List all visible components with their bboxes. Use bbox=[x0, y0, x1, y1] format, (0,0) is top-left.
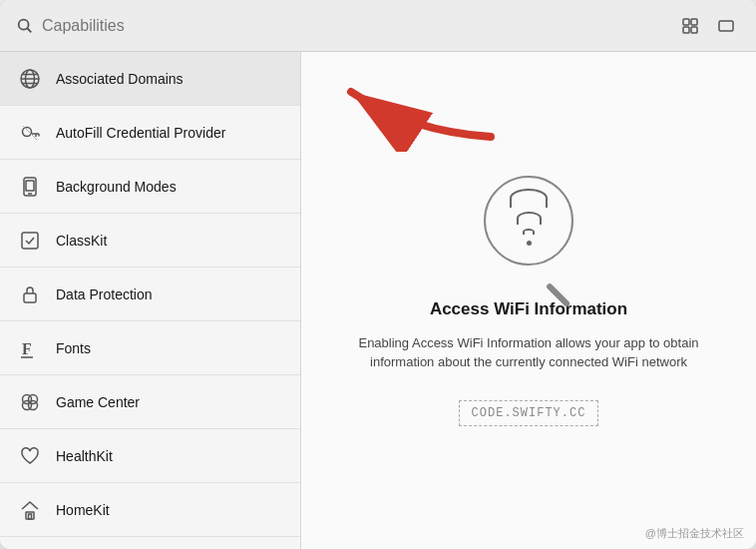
arrow-overlay bbox=[331, 72, 531, 156]
key-slash-icon bbox=[16, 119, 44, 147]
sidebar-item-label: ClassKit bbox=[56, 233, 107, 249]
sidebar-item-healthkit[interactable]: HealthKit bbox=[0, 429, 300, 483]
svg-rect-4 bbox=[683, 27, 689, 33]
svg-rect-2 bbox=[683, 19, 689, 25]
right-panel: Access WiFi Information Enabling Access … bbox=[301, 52, 756, 549]
wifi-magnifier-icon bbox=[484, 176, 573, 283]
window-controls bbox=[676, 12, 740, 40]
grid-view-button[interactable] bbox=[676, 12, 704, 40]
checkbox-icon bbox=[16, 227, 44, 255]
svg-point-12 bbox=[23, 127, 32, 136]
titlebar bbox=[0, 0, 756, 52]
sidebar-item-game-center[interactable]: Game Center bbox=[0, 375, 300, 429]
svg-rect-29 bbox=[29, 514, 32, 519]
svg-rect-21 bbox=[24, 293, 36, 302]
sidebar-item-label: AutoFill Credential Provider bbox=[56, 125, 225, 141]
sidebar-item-autofill[interactable]: AutoFill Credential Provider bbox=[0, 106, 300, 160]
home-icon bbox=[16, 496, 44, 524]
panel-title: Access WiFi Information bbox=[430, 299, 627, 319]
svg-rect-19 bbox=[26, 181, 34, 191]
sidebar-item-label: Fonts bbox=[56, 340, 91, 356]
sidebar: Associated Domains AutoFill Credential P… bbox=[0, 52, 301, 549]
sidebar-item-fonts[interactable]: F Fonts bbox=[0, 321, 300, 375]
sidebar-item-label: Background Modes bbox=[56, 179, 177, 195]
svg-text:F: F bbox=[22, 340, 32, 357]
panel-description: Enabling Access WiFi Information allows … bbox=[349, 333, 708, 372]
main-content: Associated Domains AutoFill Credential P… bbox=[0, 52, 756, 549]
svg-rect-20 bbox=[22, 233, 38, 249]
svg-rect-28 bbox=[26, 512, 34, 519]
sidebar-item-label: HealthKit bbox=[56, 448, 113, 464]
main-window: Associated Domains AutoFill Credential P… bbox=[0, 0, 756, 549]
svg-rect-6 bbox=[719, 21, 733, 31]
svg-line-1 bbox=[27, 28, 31, 32]
svg-rect-5 bbox=[691, 27, 697, 33]
bottom-watermark: @博士招金技术社区 bbox=[645, 526, 744, 541]
phone-screen-icon bbox=[16, 173, 44, 201]
sidebar-item-background-modes[interactable]: Background Modes bbox=[0, 160, 300, 214]
search-icon bbox=[16, 17, 34, 35]
sidebar-item-homekit[interactable]: HomeKit bbox=[0, 483, 300, 537]
search-input[interactable] bbox=[42, 17, 668, 35]
sidebar-item-classkit[interactable]: ClassKit bbox=[0, 214, 300, 268]
watermark-box: CODE.SWIFTY.CC bbox=[459, 400, 599, 426]
globe-icon bbox=[16, 65, 44, 93]
window-view-button[interactable] bbox=[712, 12, 740, 40]
sidebar-item-label: Associated Domains bbox=[56, 71, 184, 87]
svg-rect-3 bbox=[691, 19, 697, 25]
sidebar-item-associated-domains[interactable]: Associated Domains bbox=[0, 52, 300, 106]
svg-point-0 bbox=[19, 19, 29, 29]
game-icon bbox=[16, 388, 44, 416]
sidebar-item-data-protection[interactable]: Data Protection bbox=[0, 268, 300, 321]
sidebar-item-label: HomeKit bbox=[56, 502, 110, 518]
sidebar-item-label: Data Protection bbox=[56, 286, 153, 302]
heart-icon bbox=[16, 442, 44, 470]
font-icon: F bbox=[16, 334, 44, 362]
svg-point-27 bbox=[29, 394, 38, 403]
sidebar-item-label: Game Center bbox=[56, 394, 140, 410]
lock-icon bbox=[16, 280, 44, 308]
